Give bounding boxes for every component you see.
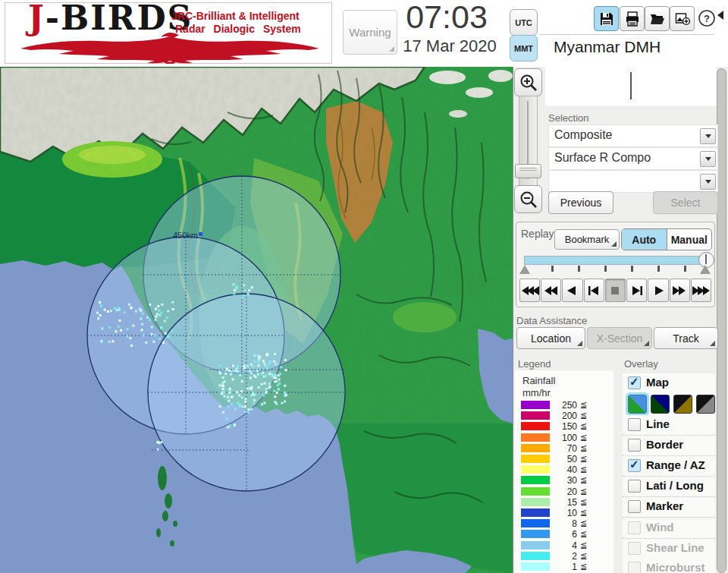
legend-lte-symbol: ≦ — [580, 486, 587, 496]
image-add-button[interactable] — [670, 6, 695, 31]
clock-time: 07:03 — [397, 0, 496, 36]
combo-value: Surface R Compo — [554, 151, 651, 165]
legend-row: 6≦ — [515, 530, 613, 539]
print-icon — [625, 11, 640, 27]
checkbox-line[interactable] — [628, 418, 641, 431]
map-zoom-slider-thumb[interactable] — [515, 164, 541, 178]
save-button[interactable] — [594, 6, 619, 31]
overlay-row-line: Line — [623, 415, 715, 436]
legend-lte-symbol: ≦ — [580, 540, 587, 550]
forward-fast-icon — [692, 285, 710, 296]
legend-row: 8≦ — [515, 519, 613, 528]
product-name-combo[interactable]: Surface R Compo — [548, 147, 718, 170]
legend-value: 30 — [545, 475, 577, 486]
checkbox-marker[interactable] — [628, 500, 641, 513]
legend-value: 40 — [545, 464, 577, 475]
overlay-row-range-az: Range / AZ — [623, 456, 715, 477]
selection-label: Selection — [548, 112, 588, 124]
combo-dropdown-arrow[interactable] — [700, 174, 716, 190]
overlay-item-label: Shear Line — [646, 541, 704, 554]
combo-value: Composite — [554, 128, 612, 142]
replay-timeline-slider[interactable] — [524, 256, 708, 265]
overlay-item-label: Lati / Long — [646, 479, 704, 492]
checkbox-microburst — [628, 562, 641, 573]
playback-rewind-fast-button[interactable] — [519, 279, 540, 302]
radar-map[interactable]: 450km — [0, 67, 513, 573]
replay-label: Replay — [521, 228, 554, 240]
data-assistance-label: Data Assistance — [516, 315, 587, 326]
checkbox-border[interactable] — [628, 439, 641, 452]
playback-step-first-button[interactable] — [584, 279, 604, 302]
overlay-item-label: Marker — [646, 499, 683, 512]
x-section-button[interactable]: X-Section — [587, 327, 652, 349]
product-option-combo[interactable] — [548, 170, 718, 193]
location-button[interactable]: Location — [516, 327, 585, 349]
zoom-in-icon — [519, 73, 538, 93]
utc-button[interactable]: UTC — [510, 9, 538, 36]
rewind-fast-icon — [521, 285, 539, 296]
mmt-button[interactable]: MMT — [510, 35, 538, 61]
legend-lte-symbol: ≦ — [580, 454, 587, 464]
legend-label: Legend — [518, 358, 551, 370]
playback-forward-fast-button[interactable] — [691, 279, 711, 302]
legend-row: 70≦ — [515, 444, 613, 453]
warning-button[interactable]: Warning — [343, 10, 397, 55]
legend-row: 100≦ — [515, 433, 613, 442]
checkbox-map[interactable] — [628, 376, 641, 389]
legend-lte-symbol: ≦ — [580, 562, 587, 571]
legend-value: 6 — [545, 529, 577, 540]
playback-play-reverse-button[interactable] — [562, 279, 582, 302]
legend-row: 20≦ — [515, 487, 613, 496]
checkbox-lati-long[interactable] — [628, 480, 641, 493]
station-text-area[interactable] — [545, 67, 717, 106]
previous-button[interactable]: Previous — [548, 191, 613, 214]
help-button[interactable]: ? — [695, 6, 718, 30]
legend-row: 150≦ — [515, 422, 613, 431]
control-panel: Selection Composite Surface R Compo Prev… — [513, 67, 728, 573]
legend-lte-symbol: ≦ — [580, 529, 587, 539]
panel-collapse-arrow[interactable] — [717, 11, 723, 20]
timeline-tick — [657, 266, 660, 272]
text-cursor — [630, 72, 632, 99]
legend-value: 1 — [545, 562, 577, 572]
legend-lte-symbol: ≦ — [580, 551, 587, 561]
playback-stop-button[interactable] — [605, 279, 626, 302]
print-button[interactable] — [620, 6, 645, 31]
playback-forward-button[interactable] — [670, 279, 690, 302]
eagle-logo-icon — [14, 30, 325, 64]
product-type-combo[interactable]: Composite — [548, 124, 718, 147]
timeline-tick — [631, 266, 633, 272]
logo-tagline-1: JRC-Brilliant & Intelligent — [171, 10, 300, 22]
combo-dropdown-arrow[interactable] — [700, 128, 716, 144]
select-button[interactable]: Select — [653, 191, 718, 214]
open-folder-button[interactable] — [645, 6, 670, 31]
map-style-swatch-1[interactable] — [628, 395, 647, 414]
map-style-swatch-3[interactable] — [673, 395, 692, 414]
map-style-swatch-2[interactable] — [651, 395, 670, 414]
manual-mode-button[interactable]: Manual — [667, 229, 712, 250]
legend-row: 40≦ — [515, 465, 613, 474]
overlay-label: Overlay — [624, 358, 658, 370]
auto-mode-button[interactable]: Auto — [622, 229, 667, 250]
combo-dropdown-arrow[interactable] — [700, 151, 716, 167]
playback-rewind-button[interactable] — [541, 279, 561, 302]
map-style-swatch-4[interactable] — [696, 395, 715, 414]
replay-mode-toggle: Auto Manual — [621, 228, 712, 250]
legend-row: 2≦ — [515, 552, 613, 561]
map-zoom-out-button[interactable] — [514, 185, 542, 213]
track-button[interactable]: Track — [654, 327, 718, 349]
legend-lte-symbol: ≦ — [580, 400, 587, 410]
legend-row: 50≦ — [515, 455, 613, 464]
replay-group: Replay Bookmark Auto Manual — [516, 222, 715, 307]
legend-lte-symbol: ≦ — [580, 475, 587, 485]
map-zoom-in-button[interactable] — [514, 68, 542, 96]
legend-value: 15 — [545, 497, 577, 508]
timeline-tick — [578, 266, 580, 272]
legend-row: 250≦ — [515, 401, 613, 410]
agency-name: Myanmar DMH — [554, 38, 661, 56]
playback-step-last-button[interactable] — [626, 279, 647, 302]
checkbox-range-az[interactable] — [628, 459, 641, 472]
legend-value: 20 — [545, 486, 577, 497]
bookmark-button[interactable]: Bookmark — [554, 229, 620, 250]
playback-play-button[interactable] — [648, 279, 668, 302]
